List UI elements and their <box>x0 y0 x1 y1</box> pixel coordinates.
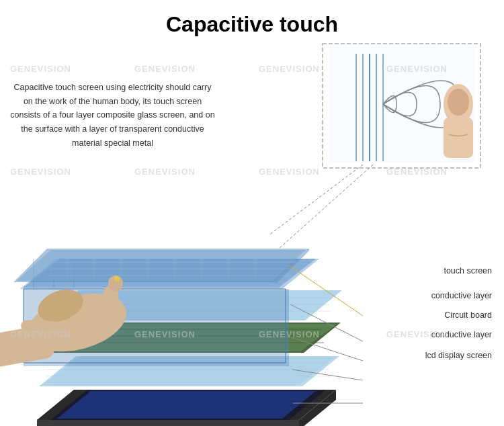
top-glass-surface <box>17 250 306 281</box>
connector-line-2 <box>279 165 373 249</box>
finger-tip-inner <box>448 89 469 116</box>
touch-point <box>114 276 120 282</box>
connector-line-1 <box>269 165 363 235</box>
main-illustration: Capacitive touch screen using electricit… <box>0 40 504 426</box>
lcd-display-area <box>57 391 316 419</box>
frame-bottom <box>37 420 299 426</box>
description-text: Capacitive touch screen using electricit… <box>7 81 218 150</box>
finger-body <box>444 118 473 158</box>
page-title: Capacitive touch <box>0 0 504 42</box>
